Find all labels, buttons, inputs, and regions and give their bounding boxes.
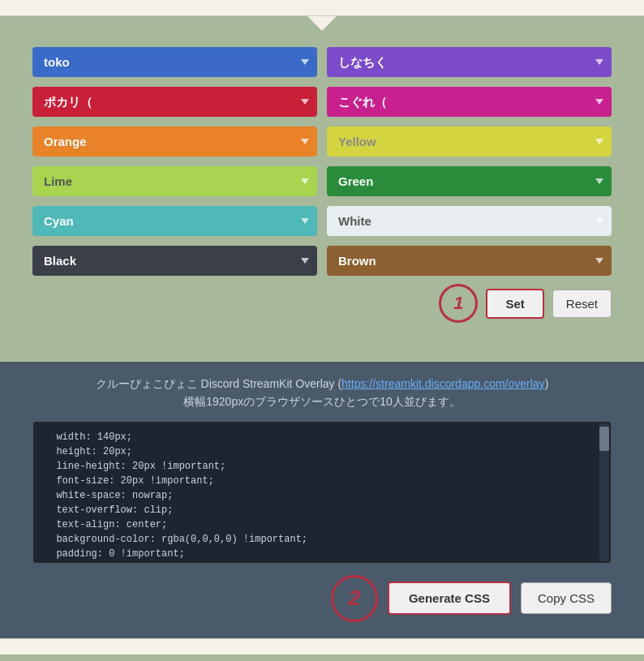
scrollbar-thumb	[599, 427, 609, 451]
generate-css-button[interactable]: Generate CSS	[388, 582, 511, 615]
dropdown-wrapper-shinachiku: しなちく	[327, 47, 612, 77]
dropdown-wrapper-white: White	[327, 206, 612, 236]
dropdown-wrapper-toko: toko	[32, 47, 317, 77]
dropdowns-section: toko しなちく ポカリ（ こぐれ（ Orange	[0, 31, 644, 347]
dropdown-toko[interactable]: toko	[32, 47, 317, 77]
bottom-bar	[0, 638, 644, 655]
scrollbar[interactable]	[599, 423, 609, 561]
step-2-icon: 2	[331, 575, 378, 622]
set-button[interactable]: Set	[486, 289, 543, 319]
info-text: クルーぴょこぴょこ Discord StreamKit Overlay (htt…	[32, 375, 612, 411]
top-bar	[0, 0, 644, 16]
arrow-divider-mid	[0, 347, 644, 362]
dropdown-wrapper-orange: Orange	[32, 127, 317, 157]
dropdown-lime[interactable]: Lime	[32, 166, 317, 196]
dropdown-black[interactable]: Black	[32, 246, 317, 276]
dropdown-green[interactable]: Green	[327, 166, 612, 196]
dropdown-wrapper-black: Black	[32, 246, 317, 276]
dropdown-wrapper-cyan: Cyan	[32, 206, 317, 236]
dropdown-pokari[interactable]: ポカリ（	[32, 87, 317, 117]
bottom-controls-row: 2 Generate CSS Copy CSS	[32, 575, 612, 622]
dropdown-white[interactable]: White	[327, 206, 612, 236]
code-area-container: width: 140px; height: 20px; line-height:…	[32, 421, 612, 564]
dropdowns-grid: toko しなちく ポカリ（ こぐれ（ Orange	[32, 47, 612, 276]
copy-css-button[interactable]: Copy CSS	[521, 582, 612, 614]
code-textarea[interactable]: width: 140px; height: 20px; line-height:…	[33, 422, 611, 560]
dropdown-wrapper-pokari: ポカリ（	[32, 87, 317, 117]
arrow-divider-top	[0, 16, 644, 31]
dropdown-wrapper-kogure: こぐれ（	[327, 87, 612, 117]
dropdown-yellow[interactable]: Yellow	[327, 127, 612, 157]
dropdown-wrapper-lime: Lime	[32, 166, 317, 196]
dropdown-kogure[interactable]: こぐれ（	[327, 87, 612, 117]
dropdown-cyan[interactable]: Cyan	[32, 206, 317, 236]
dropdown-brown[interactable]: Brown	[327, 246, 612, 276]
dropdown-wrapper-yellow: Yellow	[327, 127, 612, 157]
dropdown-wrapper-green: Green	[327, 166, 612, 196]
dropdown-shinachiku[interactable]: しなちく	[327, 47, 612, 77]
dropdown-wrapper-brown: Brown	[327, 246, 612, 276]
dropdown-orange[interactable]: Orange	[32, 127, 317, 157]
bottom-section: クルーぴょこぴょこ Discord StreamKit Overlay (htt…	[0, 362, 644, 638]
controls-row: 1 Set Reset	[32, 284, 612, 323]
step-1-icon: 1	[439, 284, 478, 323]
reset-button[interactable]: Reset	[552, 290, 612, 318]
streamkit-link[interactable]: https://streamkit.discordapp.com/overlay	[341, 377, 545, 390]
